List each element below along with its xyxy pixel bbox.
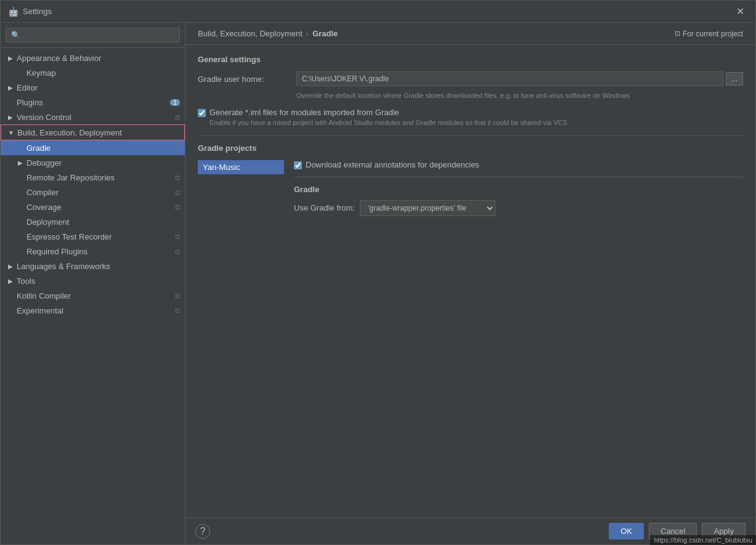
main-content-area: ▶ Appearance & Behavior Keymap ▶ Editor … <box>1 23 755 544</box>
general-settings-title: General settings <box>198 55 743 64</box>
sync-icon: ⊡ <box>175 293 180 299</box>
sidebar-item-deployment[interactable]: Deployment <box>1 214 185 229</box>
breadcrumb-separator: › <box>306 29 309 38</box>
sync-icon: ⊡ <box>175 114 180 121</box>
sidebar-item-compiler[interactable]: Compiler ⊡ <box>1 185 185 200</box>
breadcrumb-current: Gradle <box>312 29 338 38</box>
sidebar-item-build-execution[interactable]: ▼ Build, Execution, Deployment <box>1 124 185 140</box>
toggle-icon <box>15 143 25 153</box>
toggle-icon <box>6 305 15 315</box>
settings-window: 🤖 Settings ✕ ▶ Appearance & Behavior Key… <box>0 0 756 545</box>
toggle-icon <box>6 291 15 301</box>
sidebar: ▶ Appearance & Behavior Keymap ▶ Editor … <box>1 23 185 544</box>
sidebar-tree: ▶ Appearance & Behavior Keymap ▶ Editor … <box>1 48 185 544</box>
sidebar-item-label: Deployment <box>26 217 180 227</box>
gradle-settings-content: General settings Gradle user home: ... O… <box>185 45 755 517</box>
sync-icon: ⊡ <box>175 307 180 314</box>
toggle-icon <box>15 246 25 256</box>
sync-icon: ⊡ <box>175 248 180 255</box>
sidebar-item-plugins[interactable]: Plugins 1 <box>1 95 185 110</box>
sidebar-item-debugger[interactable]: ▶ Debugger <box>1 155 185 170</box>
sidebar-item-experimental[interactable]: Experimental ⊡ <box>1 303 185 318</box>
generate-iml-checkbox[interactable] <box>198 109 206 117</box>
toggle-icon <box>15 187 25 197</box>
section-divider <box>198 135 743 136</box>
use-gradle-from-select[interactable]: 'gradle-wrapper.properties' file Specifi… <box>360 200 495 216</box>
sidebar-item-label: Plugins <box>17 98 170 107</box>
toggle-icon: ▶ <box>6 112 15 122</box>
sync-icon: ⊡ <box>175 145 180 151</box>
project-settings: Download external annotations for depend… <box>294 160 743 216</box>
sidebar-item-appearance[interactable]: ▶ Appearance & Behavior <box>1 50 185 65</box>
sidebar-item-languages[interactable]: ▶ Languages & Frameworks <box>1 259 185 273</box>
browse-button[interactable]: ... <box>726 72 743 86</box>
sync-icon: ⊡ <box>175 233 180 240</box>
sidebar-item-gradle[interactable]: Gradle ⊡ <box>1 140 185 155</box>
toggle-icon: ▶ <box>6 53 15 63</box>
close-button[interactable]: ✕ <box>733 4 748 18</box>
sync-icon: ⊡ <box>175 189 180 196</box>
sidebar-item-espresso[interactable]: Espresso Test Recorder ⊡ <box>1 229 185 244</box>
sidebar-item-kotlin[interactable]: Kotlin Compiler ⊡ <box>1 288 185 303</box>
gradle-user-home-row: Gradle user home: ... <box>198 71 743 86</box>
sidebar-item-label: Build, Execution, Deployment <box>17 128 179 137</box>
sidebar-item-tools[interactable]: ▶ Tools <box>1 273 185 288</box>
help-button[interactable]: ? <box>195 524 210 539</box>
main-panel: Build, Execution, Deployment › Gradle ⊡ … <box>185 23 755 544</box>
title-bar: 🤖 Settings ✕ <box>1 1 755 23</box>
ok-button[interactable]: OK <box>609 523 644 539</box>
sidebar-item-label: Appearance & Behavior <box>17 54 180 63</box>
sidebar-item-coverage[interactable]: Coverage ⊡ <box>1 200 185 214</box>
sidebar-item-label: Languages & Frameworks <box>17 262 180 271</box>
search-input[interactable] <box>6 28 180 42</box>
toggle-icon: ▶ <box>6 276 15 286</box>
sidebar-item-label: Compiler <box>26 188 175 197</box>
sync-icon: ⊡ <box>175 174 180 181</box>
sidebar-item-label: Editor <box>17 83 180 92</box>
sidebar-item-label: Required Plugins <box>26 247 175 256</box>
app-icon: 🤖 <box>8 7 18 17</box>
sidebar-item-label: Coverage <box>26 203 175 212</box>
generate-iml-hint: Enable if you have a mixed project with … <box>209 118 567 127</box>
download-annotations-label: Download external annotations for depend… <box>306 160 479 169</box>
gradle-home-hint: Override the default location where Grad… <box>198 91 743 100</box>
project-list: Yan-Music <box>198 160 284 216</box>
project-item-yan-music[interactable]: Yan-Music <box>198 160 284 174</box>
toggle-icon: ▶ <box>6 83 15 92</box>
sidebar-item-label: Gradle <box>26 143 175 153</box>
use-gradle-from-label: Use Gradle from: <box>294 203 355 212</box>
plugins-badge: 1 <box>170 99 180 106</box>
sidebar-item-required-plugins[interactable]: Required Plugins ⊡ <box>1 244 185 259</box>
toggle-icon <box>6 97 15 107</box>
download-annotations-checkbox[interactable] <box>294 161 302 169</box>
sidebar-item-label: Espresso Test Recorder <box>26 232 175 241</box>
search-bar <box>1 23 185 48</box>
toggle-icon: ▶ <box>6 261 15 271</box>
gradle-subsection-divider <box>294 177 743 177</box>
sidebar-item-label: Kotlin Compiler <box>17 291 175 301</box>
breadcrumb-project: ⊡ For current project <box>675 30 743 38</box>
breadcrumb-parent: Build, Execution, Deployment <box>198 29 303 38</box>
sidebar-item-version-control[interactable]: ▶ Version Control ⊡ <box>1 110 185 124</box>
sidebar-item-label: Tools <box>17 277 180 286</box>
projects-section: Yan-Music Download external annotations … <box>198 160 743 216</box>
sidebar-item-label: Debugger <box>26 158 180 168</box>
sidebar-item-label: Keymap <box>26 68 180 78</box>
toggle-icon <box>15 232 25 241</box>
breadcrumb-project-label: For current project <box>683 30 743 38</box>
gradle-from-row: Use Gradle from: 'gradle-wrapper.propert… <box>294 200 743 216</box>
sidebar-item-label: Experimental <box>17 306 175 315</box>
sidebar-item-label: Remote Jar Repositories <box>26 173 175 182</box>
download-annotations-row: Download external annotations for depend… <box>294 160 743 169</box>
generate-iml-row: Generate *.iml files for modules importe… <box>198 108 743 127</box>
sidebar-item-remote-jar[interactable]: Remote Jar Repositories ⊡ <box>1 170 185 185</box>
toggle-icon <box>15 172 25 182</box>
gradle-user-home-input[interactable] <box>296 71 723 86</box>
toggle-icon <box>15 202 25 212</box>
breadcrumb: Build, Execution, Deployment › Gradle ⊡ … <box>185 23 755 45</box>
toggle-icon <box>15 217 25 227</box>
generate-iml-label: Generate *.iml files for modules importe… <box>209 108 399 117</box>
toggle-icon <box>15 68 25 78</box>
sidebar-item-editor[interactable]: ▶ Editor <box>1 80 185 95</box>
sidebar-item-keymap[interactable]: Keymap <box>1 65 185 80</box>
